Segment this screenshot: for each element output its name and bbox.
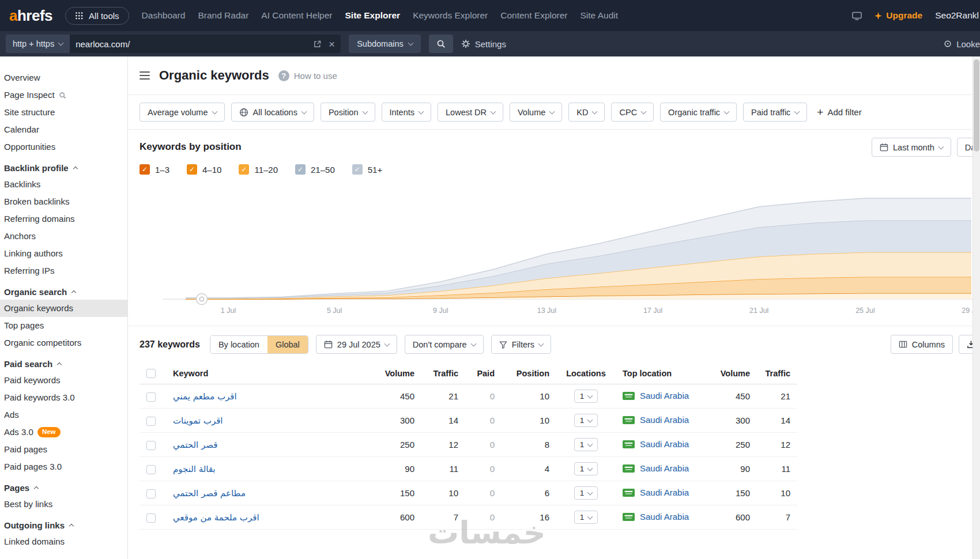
row-checkbox[interactable] bbox=[146, 417, 156, 426]
column-header-keyword[interactable]: Keyword bbox=[166, 362, 362, 384]
row-checkbox[interactable] bbox=[146, 441, 156, 450]
keyword-link[interactable]: اقرب تموينات bbox=[173, 416, 223, 426]
legend-checkbox[interactable]: ✓ bbox=[239, 164, 249, 175]
sidebar-item-organic-competitors[interactable]: Organic competitors bbox=[0, 334, 127, 352]
locations-select[interactable]: 1 bbox=[574, 414, 598, 427]
legend-checkbox[interactable]: ✓ bbox=[187, 164, 197, 175]
row-checkbox[interactable] bbox=[146, 489, 156, 498]
top-location-link[interactable]: Saudi Arabia bbox=[640, 512, 689, 522]
target-url-input[interactable] bbox=[76, 39, 313, 49]
monitor-icon[interactable] bbox=[852, 12, 862, 20]
table-date-button[interactable]: 29 Jul 2025 bbox=[316, 335, 397, 354]
topnav-item-site-explorer[interactable]: Site Explorer bbox=[345, 10, 401, 21]
sidebar-item-backlinks[interactable]: Backlinks bbox=[0, 176, 127, 193]
topnav-item-ai-content-helper[interactable]: AI Content Helper bbox=[261, 10, 332, 21]
filter-paid-traffic[interactable]: Paid traffic bbox=[743, 103, 807, 122]
sidebar-item-linked-domains[interactable]: Linked domains bbox=[0, 533, 127, 550]
filter-average-volume[interactable]: Average volume bbox=[140, 103, 225, 122]
row-checkbox[interactable] bbox=[146, 465, 156, 474]
column-header-traffic[interactable]: Traffic bbox=[421, 362, 465, 384]
toggle-by-location[interactable]: By location bbox=[210, 336, 267, 353]
topnav-item-dashboard[interactable]: Dashboard bbox=[142, 10, 186, 21]
filter-position[interactable]: Position bbox=[321, 103, 375, 122]
topnav-item-site-audit[interactable]: Site Audit bbox=[581, 10, 619, 21]
legend-item-4-10[interactable]: ✓4–10 bbox=[187, 164, 221, 175]
sidebar-item-paid-keywords[interactable]: Paid keywords bbox=[0, 372, 127, 389]
column-header-position[interactable]: Position bbox=[502, 362, 556, 384]
filter-organic-traffic[interactable]: Organic traffic bbox=[660, 103, 737, 122]
column-header-top-location[interactable]: Top location bbox=[616, 362, 702, 384]
compare-button[interactable]: Don't compare bbox=[405, 335, 484, 354]
column-header-traffic[interactable]: Traffic bbox=[757, 362, 797, 384]
sidebar-item-anchors[interactable]: Anchors bbox=[0, 228, 127, 245]
filter-volume[interactable]: Volume bbox=[510, 103, 562, 122]
sidebar-item-ads-3-0[interactable]: Ads 3.0New bbox=[0, 424, 127, 441]
filter-kd[interactable]: KD bbox=[568, 103, 605, 122]
sidebar-item-paid-pages-3-0[interactable]: Paid pages 3.0 bbox=[0, 458, 127, 475]
keywords-by-position-chart[interactable]: 1 Jul5 Jul9 Jul13 Jul17 Jul21 Jul25 Jul2… bbox=[140, 178, 980, 320]
sidebar-item-overview[interactable]: Overview bbox=[0, 69, 127, 86]
filter-all-locations[interactable]: All locations bbox=[231, 103, 314, 122]
date-range-button[interactable]: Last month bbox=[872, 138, 951, 157]
sidebar-item-site-structure[interactable]: Site structure bbox=[0, 104, 127, 121]
legend-item-21-50[interactable]: ✓21–50 bbox=[295, 164, 335, 175]
sidebar-item-paid-keywords-3-0[interactable]: Paid keywords 3.0 bbox=[0, 389, 127, 406]
keyword-link[interactable]: بقالة النجوم bbox=[173, 464, 216, 474]
sidebar-item-broken-backlinks[interactable]: Broken backlinks bbox=[0, 193, 127, 210]
legend-checkbox[interactable]: ✓ bbox=[140, 164, 150, 175]
vertical-scrollbar[interactable] bbox=[973, 56, 980, 559]
clear-icon[interactable]: × bbox=[329, 39, 335, 50]
row-checkbox[interactable] bbox=[146, 392, 156, 402]
column-header-locations[interactable]: Locations bbox=[556, 362, 616, 384]
sidebar-item-referring-ips[interactable]: Referring IPs bbox=[0, 262, 127, 280]
search-button[interactable] bbox=[429, 35, 453, 53]
scrollbar-thumb[interactable] bbox=[974, 59, 979, 152]
locations-select[interactable]: 1 bbox=[574, 438, 598, 451]
columns-button[interactable]: Columns bbox=[891, 335, 953, 354]
filter-lowest-dr[interactable]: Lowest DR bbox=[438, 103, 503, 122]
top-location-link[interactable]: Saudi Arabia bbox=[640, 463, 689, 473]
filter-cpc[interactable]: CPC bbox=[611, 103, 654, 122]
sidebar-item-page-inspect[interactable]: Page Inspect bbox=[0, 86, 127, 104]
sidebar-item-calendar[interactable]: Calendar bbox=[0, 121, 127, 138]
filters-button[interactable]: Filters bbox=[491, 335, 551, 354]
select-all-checkbox[interactable] bbox=[146, 369, 156, 378]
sidebar-item-referring-domains[interactable]: Referring domains bbox=[0, 210, 127, 228]
external-link-icon[interactable] bbox=[313, 40, 322, 48]
sidebar-section-paid-search[interactable]: Paid search bbox=[0, 352, 127, 372]
row-checkbox[interactable] bbox=[146, 513, 156, 523]
keyword-link[interactable]: اقرب مطعم يمني bbox=[173, 391, 237, 402]
locations-select[interactable]: 1 bbox=[574, 486, 598, 500]
sidebar-item-paid-pages[interactable]: Paid pages bbox=[0, 441, 127, 458]
sidebar-section-backlink-profile[interactable]: Backlink profile bbox=[0, 156, 127, 176]
how-to-use-link[interactable]: ? How to use bbox=[278, 70, 337, 81]
locations-select[interactable]: 1 bbox=[574, 511, 598, 524]
sidebar-section-organic-search[interactable]: Organic search bbox=[0, 280, 127, 300]
keyword-link[interactable]: مطاعم قصر الحتمي bbox=[173, 488, 246, 498]
protocol-selector[interactable]: http + https bbox=[6, 35, 70, 53]
column-header-volume[interactable]: Volume bbox=[362, 362, 421, 384]
sidebar-item-opportunities[interactable]: Opportunities bbox=[0, 138, 127, 156]
legend-checkbox[interactable]: ✓ bbox=[295, 164, 306, 175]
locations-select[interactable]: 1 bbox=[574, 462, 598, 475]
account-menu[interactable]: Seo2Rankl bbox=[935, 10, 979, 21]
sidebar-item-linking-authors[interactable]: Linking authors bbox=[0, 245, 127, 262]
sidebar-section-outgoing-links[interactable]: Outgoing links bbox=[0, 513, 127, 533]
top-location-link[interactable]: Saudi Arabia bbox=[640, 488, 689, 497]
sidebar-item-organic-keywords[interactable]: Organic keywords bbox=[0, 300, 127, 317]
searchbar-right-partial[interactable]: Looke bbox=[944, 39, 980, 49]
topnav-item-content-explorer[interactable]: Content Explorer bbox=[500, 10, 567, 21]
column-header-paid[interactable]: Paid bbox=[465, 362, 502, 384]
sidebar-section-pages[interactable]: Pages bbox=[0, 475, 127, 496]
hamburger-menu-icon[interactable] bbox=[140, 75, 150, 77]
top-location-link[interactable]: Saudi Arabia bbox=[640, 391, 689, 401]
legend-item-51+[interactable]: ✓51+ bbox=[352, 164, 382, 175]
keyword-link[interactable]: قصر الحتمي bbox=[173, 440, 217, 450]
legend-item-11-20[interactable]: ✓11–20 bbox=[239, 164, 278, 175]
column-header-volume[interactable]: Volume bbox=[702, 362, 757, 384]
locations-select[interactable]: 1 bbox=[574, 390, 598, 403]
top-location-link[interactable]: Saudi Arabia bbox=[640, 439, 689, 449]
top-location-link[interactable]: Saudi Arabia bbox=[640, 415, 689, 425]
add-filter-button[interactable]: +Add filter bbox=[817, 107, 861, 118]
topnav-item-brand-radar[interactable]: Brand Radar bbox=[198, 10, 248, 21]
